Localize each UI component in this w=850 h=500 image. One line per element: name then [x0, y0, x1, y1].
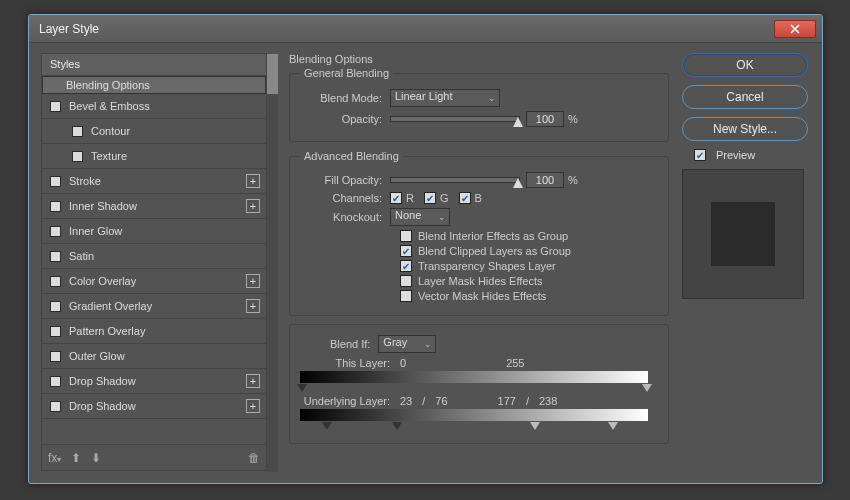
move-down-icon[interactable]: ⬇	[91, 451, 101, 465]
style-row-drop-shadow[interactable]: Drop Shadow+	[42, 394, 266, 419]
chevron-down-icon: ⌄	[438, 212, 446, 222]
advanced-blending-legend: Advanced Blending	[300, 150, 403, 162]
blend-clipped-checkbox[interactable]: ✔	[400, 245, 412, 257]
new-style-button[interactable]: New Style...	[682, 117, 808, 141]
preview-checkbox[interactable]: ✔	[694, 149, 706, 161]
style-row-color-overlay[interactable]: Color Overlay+	[42, 269, 266, 294]
style-row-outer-glow[interactable]: Outer Glow	[42, 344, 266, 369]
styles-header: Styles	[42, 54, 266, 76]
scrollbar[interactable]	[267, 54, 278, 472]
general-blending-group: General Blending Blend Mode: Linear Ligh…	[289, 67, 669, 142]
underlying-layer-label: Underlying Layer:	[300, 395, 400, 407]
add-effect-icon[interactable]: +	[246, 199, 260, 213]
cancel-button[interactable]: Cancel	[682, 85, 808, 109]
blend-interior-checkbox[interactable]: ✔	[400, 230, 412, 242]
opacity-label: Opacity:	[300, 113, 390, 125]
this-layer-label: This Layer:	[300, 357, 400, 369]
style-checkbox[interactable]	[50, 276, 61, 287]
style-row-contour[interactable]: Contour	[42, 119, 266, 144]
this-layer-gradient[interactable]	[300, 371, 658, 383]
fill-opacity-slider[interactable]	[390, 177, 520, 183]
channel-b-checkbox[interactable]: ✔	[459, 192, 471, 204]
add-effect-icon[interactable]: +	[246, 399, 260, 413]
layer-mask-hides-checkbox[interactable]: ✔	[400, 275, 412, 287]
style-row-blending-options[interactable]: Blending Options	[42, 76, 266, 94]
style-label: Inner Shadow	[69, 200, 246, 212]
style-row-satin[interactable]: Satin	[42, 244, 266, 269]
opacity-slider[interactable]	[390, 116, 520, 122]
style-row-bevel-emboss[interactable]: Bevel & Emboss	[42, 94, 266, 119]
style-checkbox[interactable]	[72, 151, 83, 162]
style-label: Bevel & Emboss	[69, 100, 260, 112]
general-blending-legend: General Blending	[300, 67, 393, 79]
style-row-inner-glow[interactable]: Inner Glow	[42, 219, 266, 244]
add-effect-icon[interactable]: +	[246, 174, 260, 188]
add-effect-icon[interactable]: +	[246, 299, 260, 313]
opacity-input[interactable]: 100	[526, 111, 564, 127]
style-label: Drop Shadow	[69, 375, 246, 387]
style-checkbox[interactable]	[50, 101, 61, 112]
move-up-icon[interactable]: ⬆	[71, 451, 81, 465]
style-row-texture[interactable]: Texture	[42, 144, 266, 169]
style-checkbox[interactable]	[50, 326, 61, 337]
style-label: Blending Options	[66, 79, 249, 91]
add-effect-icon[interactable]: +	[246, 274, 260, 288]
style-label: Contour	[91, 125, 260, 137]
blending-options-panel: Blending Options General Blending Blend …	[289, 53, 669, 452]
style-checkbox[interactable]	[50, 201, 61, 212]
style-row-stroke[interactable]: Stroke+	[42, 169, 266, 194]
style-checkbox[interactable]	[50, 251, 61, 262]
advanced-blending-group: Advanced Blending Fill Opacity: 100 % Ch…	[289, 150, 669, 316]
fx-menu-icon[interactable]: fx▾	[48, 451, 61, 465]
dialog-body: Styles Blending OptionsBevel & EmbossCon…	[29, 43, 822, 483]
style-label: Stroke	[69, 175, 246, 187]
style-checkbox[interactable]	[50, 226, 61, 237]
style-row-inner-shadow[interactable]: Inner Shadow+	[42, 194, 266, 219]
style-label: Color Overlay	[69, 275, 246, 287]
blend-mode-select[interactable]: Linear Light ⌄	[390, 89, 500, 107]
style-label: Gradient Overlay	[69, 300, 246, 312]
knockout-select[interactable]: None ⌄	[390, 208, 450, 226]
ok-button[interactable]: OK	[682, 53, 808, 77]
fill-opacity-input[interactable]: 100	[526, 172, 564, 188]
fill-opacity-label: Fill Opacity:	[300, 174, 390, 186]
style-label: Inner Glow	[69, 225, 260, 237]
chevron-down-icon: ⌄	[424, 339, 432, 349]
style-row-pattern-overlay[interactable]: Pattern Overlay	[42, 319, 266, 344]
preview-swatch	[682, 169, 804, 299]
blending-options-title: Blending Options	[289, 53, 669, 65]
close-button[interactable]	[774, 20, 816, 38]
style-checkbox[interactable]	[50, 176, 61, 187]
knockout-label: Knockout:	[300, 211, 390, 223]
style-label: Texture	[91, 150, 260, 162]
channel-r-checkbox[interactable]: ✔	[390, 192, 402, 204]
layer-style-dialog: Layer Style Styles Blending OptionsBevel…	[28, 14, 823, 484]
style-checkbox[interactable]	[50, 401, 61, 412]
add-effect-icon[interactable]: +	[246, 374, 260, 388]
close-icon	[790, 24, 800, 34]
channel-g-checkbox[interactable]: ✔	[424, 192, 436, 204]
blend-mode-label: Blend Mode:	[300, 92, 390, 104]
window-title: Layer Style	[35, 22, 774, 36]
titlebar[interactable]: Layer Style	[29, 15, 822, 43]
style-label: Pattern Overlay	[69, 325, 260, 337]
styles-footer: fx▾ ⬆ ⬇ 🗑	[42, 444, 266, 470]
blend-if-select[interactable]: Gray ⌄	[378, 335, 436, 353]
style-label: Outer Glow	[69, 350, 260, 362]
transparency-shapes-checkbox[interactable]: ✔	[400, 260, 412, 272]
scroll-thumb[interactable]	[267, 54, 278, 94]
style-label: Drop Shadow	[69, 400, 246, 412]
style-row-drop-shadow[interactable]: Drop Shadow+	[42, 369, 266, 394]
underlying-layer-gradient[interactable]	[300, 409, 658, 421]
trash-icon[interactable]: 🗑	[248, 451, 260, 465]
style-checkbox[interactable]	[72, 126, 83, 137]
styles-list: Blending OptionsBevel & EmbossContourTex…	[42, 76, 266, 446]
style-checkbox[interactable]	[50, 376, 61, 387]
style-checkbox[interactable]	[50, 351, 61, 362]
right-panel: OK Cancel New Style... ✔ Preview	[682, 53, 808, 299]
styles-panel: Styles Blending OptionsBevel & EmbossCon…	[41, 53, 267, 471]
blend-if-group: Blend If: Gray ⌄ This Layer: 0 255	[289, 324, 669, 444]
style-checkbox[interactable]	[50, 301, 61, 312]
style-row-gradient-overlay[interactable]: Gradient Overlay+	[42, 294, 266, 319]
vector-mask-hides-checkbox[interactable]: ✔	[400, 290, 412, 302]
